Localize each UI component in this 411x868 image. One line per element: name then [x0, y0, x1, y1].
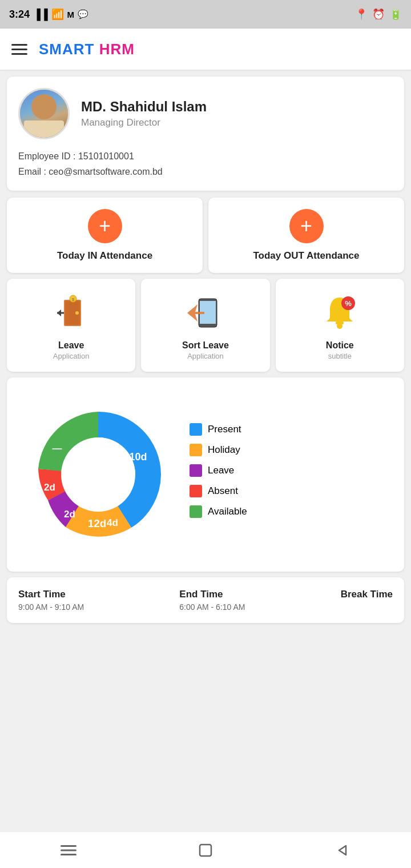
status-bar-left: 3:24 ▐▐ 📶 M 💬 — [9, 8, 88, 21]
nav-home-icon — [198, 842, 213, 858]
legend-leave: Leave — [190, 464, 393, 477]
break-time-item: Break Time — [341, 589, 393, 600]
status-time: 3:24 — [9, 9, 30, 21]
sort-leave-icon-area — [147, 290, 264, 336]
donut-svg: 10d 4d 2d 2d — 12d — [18, 395, 178, 554]
svg-text:$: $ — [71, 297, 74, 302]
profile-details: Employee ID : 15101010001 Email : ceo@sm… — [18, 148, 393, 179]
today-in-attendance-button[interactable]: + Today IN Attendance — [7, 198, 203, 273]
svg-point-11 — [337, 323, 342, 329]
profile-name: MD. Shahidul Islam — [81, 99, 207, 115]
legend-holiday: Holiday — [190, 444, 393, 456]
svg-marker-25 — [339, 846, 346, 855]
legend-present: Present — [190, 423, 393, 436]
today-out-attendance-button[interactable]: + Today OUT Attendance — [208, 198, 404, 273]
notice-card[interactable]: % Notice subtitle — [276, 279, 404, 372]
employee-id: Employee ID : 15101010001 — [18, 148, 393, 164]
chart-legend: Present Holiday Leave Absent Available — [190, 423, 393, 526]
start-time-label: Start Time — [18, 589, 84, 600]
svg-text:—: — — [53, 443, 62, 454]
notice-subtitle: subtitle — [281, 352, 398, 360]
status-bar-right: 📍 ⏰ 🔋 — [355, 8, 402, 21]
avatar-shirt — [24, 120, 64, 138]
legend-label-leave: Leave — [208, 465, 234, 476]
svg-point-4 — [75, 311, 79, 315]
bottom-navigation — [0, 831, 411, 868]
status-bar: 3:24 ▐▐ 📶 M 💬 📍 ⏰ 🔋 — [0, 0, 411, 29]
time-bar: Start Time 9:00 AM - 9:10 AM End Time 6:… — [7, 577, 404, 623]
svg-point-14 — [61, 437, 135, 512]
notice-title: Notice — [281, 340, 398, 351]
svg-rect-24 — [200, 845, 211, 856]
nav-back-icon — [335, 842, 350, 858]
svg-rect-21 — [61, 845, 76, 847]
app-title: SMART HRM — [39, 41, 135, 58]
sort-leave-card[interactable]: Sort Leave Application — [141, 279, 269, 372]
nav-home-button[interactable] — [188, 839, 223, 862]
notice-icon: % — [320, 293, 360, 333]
legend-label-present: Present — [208, 424, 241, 435]
legend-label-holiday: Holiday — [208, 444, 240, 456]
nav-back-button[interactable] — [325, 839, 360, 862]
in-attendance-label: Today IN Attendance — [16, 250, 194, 262]
legend-label-available: Available — [208, 506, 247, 517]
in-plus-circle: + — [88, 209, 122, 243]
out-plus-circle: + — [289, 209, 324, 243]
profile-job-title: Managing Director — [81, 117, 207, 128]
chart-container: 10d 4d 2d 2d — 12d Present Holiday Leave — [18, 395, 393, 554]
legend-dot-holiday — [190, 444, 202, 456]
alarm-icon: ⏰ — [372, 8, 385, 21]
location-icon: 📍 — [355, 8, 368, 21]
donut-chart: 10d 4d 2d 2d — 12d — [18, 395, 178, 554]
svg-text:2d: 2d — [64, 509, 75, 520]
header: SMART HRM — [0, 29, 411, 70]
profile-info-block: MD. Shahidul Islam Managing Director — [81, 99, 207, 128]
battery-icon: 🔋 — [389, 8, 402, 21]
svg-marker-3 — [57, 310, 61, 316]
out-attendance-label: Today OUT Attendance — [217, 250, 395, 262]
sort-leave-icon — [183, 293, 228, 333]
msg-icon: 💬 — [78, 9, 88, 19]
leave-title: Leave — [13, 340, 130, 351]
legend-dot-leave — [190, 464, 202, 477]
avatar — [18, 88, 70, 139]
signal-icon: ▐▐ — [33, 9, 48, 21]
employee-email: Email : ceo@smartsoftware.com.bd — [18, 164, 393, 179]
svg-rect-23 — [61, 854, 76, 855]
leave-icon: $ — [51, 293, 91, 333]
legend-absent: Absent — [190, 485, 393, 497]
app-title-hrm: HRM — [99, 41, 135, 58]
start-time-item: Start Time 9:00 AM - 9:10 AM — [18, 589, 84, 612]
legend-dot-present — [190, 423, 202, 436]
profile-top: MD. Shahidul Islam Managing Director — [18, 88, 393, 139]
wifi-icon: 📶 — [51, 8, 64, 21]
leave-application-card[interactable]: $ Leave Application — [7, 279, 135, 372]
chart-section: 10d 4d 2d 2d — 12d Present Holiday Leave — [7, 377, 404, 572]
legend-available: Available — [190, 505, 393, 518]
svg-text:%: % — [345, 299, 352, 308]
avatar-head — [31, 94, 57, 119]
profile-card: MD. Shahidul Islam Managing Director Emp… — [7, 77, 404, 191]
svg-text:4d: 4d — [107, 517, 118, 528]
end-time-item: End Time 6:00 AM - 6:10 AM — [179, 589, 245, 612]
attendance-row: + Today IN Attendance + Today OUT Attend… — [7, 198, 404, 273]
app-title-smart: SMART — [39, 41, 94, 58]
action-grid: $ Leave Application Sort Leave Applicati… — [7, 279, 404, 372]
svg-text:2d: 2d — [44, 482, 55, 493]
gmail-icon: M — [67, 10, 75, 19]
nav-menu-icon — [61, 842, 76, 858]
end-time-value: 6:00 AM - 6:10 AM — [179, 602, 245, 612]
end-time-label: End Time — [179, 589, 245, 600]
nav-menu-button[interactable] — [51, 839, 86, 862]
legend-dot-absent — [190, 485, 202, 497]
leave-icon-area: $ — [13, 290, 130, 336]
legend-dot-available — [190, 505, 202, 518]
svg-text:10d: 10d — [129, 451, 147, 463]
hamburger-menu-button[interactable] — [11, 44, 27, 55]
start-time-value: 9:00 AM - 9:10 AM — [18, 602, 84, 612]
leave-subtitle: Application — [13, 352, 130, 360]
legend-label-absent: Absent — [208, 485, 238, 497]
svg-text:12d: 12d — [88, 517, 107, 529]
break-time-label: Break Time — [341, 589, 393, 600]
sort-leave-subtitle: Application — [147, 352, 264, 360]
